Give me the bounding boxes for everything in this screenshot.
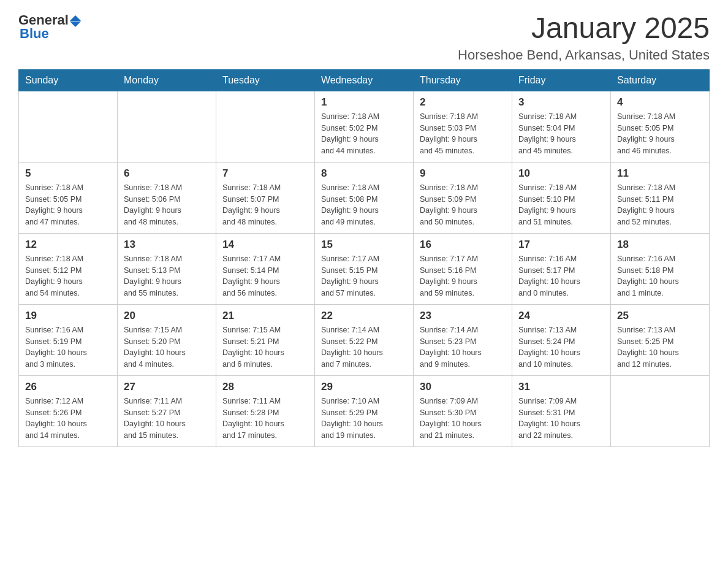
day-info: Sunrise: 7:18 AM Sunset: 5:03 PM Dayligh… — [420, 111, 506, 157]
day-cell-9: 9Sunrise: 7:18 AM Sunset: 5:09 PM Daylig… — [414, 162, 512, 233]
day-info: Sunrise: 7:18 AM Sunset: 5:09 PM Dayligh… — [420, 182, 506, 228]
day-cell-14: 14Sunrise: 7:17 AM Sunset: 5:14 PM Dayli… — [216, 233, 315, 304]
day-info: Sunrise: 7:18 AM Sunset: 5:04 PM Dayligh… — [518, 111, 604, 157]
day-number: 17 — [518, 239, 604, 251]
day-info: Sunrise: 7:15 AM Sunset: 5:21 PM Dayligh… — [222, 324, 308, 370]
day-number: 22 — [321, 310, 407, 322]
day-number: 25 — [617, 310, 703, 322]
day-info: Sunrise: 7:11 AM Sunset: 5:28 PM Dayligh… — [222, 396, 308, 442]
day-cell-12: 12Sunrise: 7:18 AM Sunset: 5:12 PM Dayli… — [19, 233, 118, 304]
day-cell-4: 4Sunrise: 7:18 AM Sunset: 5:05 PM Daylig… — [611, 91, 710, 162]
day-number: 16 — [420, 239, 506, 251]
day-number: 31 — [518, 381, 604, 393]
month-title: January 2025 — [458, 12, 710, 45]
day-info: Sunrise: 7:18 AM Sunset: 5:05 PM Dayligh… — [25, 182, 111, 228]
day-cell-25: 25Sunrise: 7:13 AM Sunset: 5:25 PM Dayli… — [611, 304, 710, 375]
day-cell-30: 30Sunrise: 7:09 AM Sunset: 5:30 PM Dayli… — [414, 375, 512, 446]
day-cell-31: 31Sunrise: 7:09 AM Sunset: 5:31 PM Dayli… — [512, 375, 611, 446]
day-cell-15: 15Sunrise: 7:17 AM Sunset: 5:15 PM Dayli… — [315, 233, 414, 304]
day-cell-8: 8Sunrise: 7:18 AM Sunset: 5:08 PM Daylig… — [315, 162, 414, 233]
day-cell-13: 13Sunrise: 7:18 AM Sunset: 5:13 PM Dayli… — [118, 233, 216, 304]
day-number: 27 — [124, 381, 210, 393]
day-cell-21: 21Sunrise: 7:15 AM Sunset: 5:21 PM Dayli… — [216, 304, 315, 375]
day-number: 9 — [420, 167, 506, 180]
day-cell-28: 28Sunrise: 7:11 AM Sunset: 5:28 PM Dayli… — [216, 375, 315, 446]
day-info: Sunrise: 7:09 AM Sunset: 5:31 PM Dayligh… — [518, 396, 604, 442]
logo: General Blue — [18, 12, 81, 42]
day-info: Sunrise: 7:11 AM Sunset: 5:27 PM Dayligh… — [124, 396, 210, 442]
day-number: 3 — [518, 96, 604, 109]
day-number: 6 — [124, 167, 210, 180]
empty-cell — [216, 91, 315, 162]
day-info: Sunrise: 7:14 AM Sunset: 5:23 PM Dayligh… — [420, 324, 506, 370]
day-cell-19: 19Sunrise: 7:16 AM Sunset: 5:19 PM Dayli… — [19, 304, 118, 375]
weekday-header-row: SundayMondayTuesdayWednesdayThursdayFrid… — [19, 69, 710, 91]
location-title: Horseshoe Bend, Arkansas, United States — [458, 47, 710, 63]
day-info: Sunrise: 7:17 AM Sunset: 5:14 PM Dayligh… — [222, 253, 308, 299]
day-number: 26 — [25, 381, 111, 393]
empty-cell — [118, 91, 216, 162]
weekday-header-sunday: Sunday — [19, 69, 118, 91]
day-info: Sunrise: 7:18 AM Sunset: 5:13 PM Dayligh… — [124, 253, 210, 299]
weekday-header-thursday: Thursday — [414, 69, 512, 91]
day-cell-23: 23Sunrise: 7:14 AM Sunset: 5:23 PM Dayli… — [414, 304, 512, 375]
day-cell-26: 26Sunrise: 7:12 AM Sunset: 5:26 PM Dayli… — [19, 375, 118, 446]
day-info: Sunrise: 7:16 AM Sunset: 5:18 PM Dayligh… — [617, 253, 703, 299]
day-number: 28 — [222, 381, 308, 393]
day-cell-18: 18Sunrise: 7:16 AM Sunset: 5:18 PM Dayli… — [611, 233, 710, 304]
day-info: Sunrise: 7:09 AM Sunset: 5:30 PM Dayligh… — [420, 396, 506, 442]
day-info: Sunrise: 7:13 AM Sunset: 5:25 PM Dayligh… — [617, 324, 703, 370]
day-info: Sunrise: 7:18 AM Sunset: 5:10 PM Dayligh… — [518, 182, 604, 228]
day-cell-24: 24Sunrise: 7:13 AM Sunset: 5:24 PM Dayli… — [512, 304, 611, 375]
logo-blue: Blue — [20, 26, 49, 42]
day-cell-27: 27Sunrise: 7:11 AM Sunset: 5:27 PM Dayli… — [118, 375, 216, 446]
day-number: 15 — [321, 239, 407, 251]
day-cell-1: 1Sunrise: 7:18 AM Sunset: 5:02 PM Daylig… — [315, 91, 414, 162]
day-number: 18 — [617, 239, 703, 251]
day-info: Sunrise: 7:13 AM Sunset: 5:24 PM Dayligh… — [518, 324, 604, 370]
day-info: Sunrise: 7:18 AM Sunset: 5:11 PM Dayligh… — [617, 182, 703, 228]
week-row-5: 26Sunrise: 7:12 AM Sunset: 5:26 PM Dayli… — [19, 375, 710, 446]
day-info: Sunrise: 7:18 AM Sunset: 5:02 PM Dayligh… — [321, 111, 407, 157]
empty-cell — [19, 91, 118, 162]
day-number: 30 — [420, 381, 506, 393]
week-row-3: 12Sunrise: 7:18 AM Sunset: 5:12 PM Dayli… — [19, 233, 710, 304]
day-cell-5: 5Sunrise: 7:18 AM Sunset: 5:05 PM Daylig… — [19, 162, 118, 233]
day-number: 7 — [222, 167, 308, 180]
day-info: Sunrise: 7:18 AM Sunset: 5:06 PM Dayligh… — [124, 182, 210, 228]
day-cell-16: 16Sunrise: 7:17 AM Sunset: 5:16 PM Dayli… — [414, 233, 512, 304]
day-cell-17: 17Sunrise: 7:16 AM Sunset: 5:17 PM Dayli… — [512, 233, 611, 304]
page-header: General Blue January 2025 Horseshoe Bend… — [18, 12, 710, 63]
weekday-header-saturday: Saturday — [611, 69, 710, 91]
day-number: 24 — [518, 310, 604, 322]
day-number: 21 — [222, 310, 308, 322]
day-cell-22: 22Sunrise: 7:14 AM Sunset: 5:22 PM Dayli… — [315, 304, 414, 375]
day-number: 29 — [321, 381, 407, 393]
day-number: 23 — [420, 310, 506, 322]
day-info: Sunrise: 7:12 AM Sunset: 5:26 PM Dayligh… — [25, 396, 111, 442]
day-cell-11: 11Sunrise: 7:18 AM Sunset: 5:11 PM Dayli… — [611, 162, 710, 233]
week-row-2: 5Sunrise: 7:18 AM Sunset: 5:05 PM Daylig… — [19, 162, 710, 233]
day-number: 13 — [124, 239, 210, 251]
day-number: 20 — [124, 310, 210, 322]
day-info: Sunrise: 7:18 AM Sunset: 5:12 PM Dayligh… — [25, 253, 111, 299]
day-info: Sunrise: 7:14 AM Sunset: 5:22 PM Dayligh… — [321, 324, 407, 370]
day-cell-7: 7Sunrise: 7:18 AM Sunset: 5:07 PM Daylig… — [216, 162, 315, 233]
day-cell-10: 10Sunrise: 7:18 AM Sunset: 5:10 PM Dayli… — [512, 162, 611, 233]
day-info: Sunrise: 7:18 AM Sunset: 5:07 PM Dayligh… — [222, 182, 308, 228]
day-info: Sunrise: 7:15 AM Sunset: 5:20 PM Dayligh… — [124, 324, 210, 370]
day-number: 1 — [321, 96, 407, 109]
day-cell-2: 2Sunrise: 7:18 AM Sunset: 5:03 PM Daylig… — [414, 91, 512, 162]
day-cell-20: 20Sunrise: 7:15 AM Sunset: 5:20 PM Dayli… — [118, 304, 216, 375]
day-number: 12 — [25, 239, 111, 251]
day-info: Sunrise: 7:16 AM Sunset: 5:19 PM Dayligh… — [25, 324, 111, 370]
day-number: 10 — [518, 167, 604, 180]
day-info: Sunrise: 7:17 AM Sunset: 5:15 PM Dayligh… — [321, 253, 407, 299]
weekday-header-monday: Monday — [118, 69, 216, 91]
day-number: 8 — [321, 167, 407, 180]
weekday-header-tuesday: Tuesday — [216, 69, 315, 91]
day-info: Sunrise: 7:10 AM Sunset: 5:29 PM Dayligh… — [321, 396, 407, 442]
day-info: Sunrise: 7:17 AM Sunset: 5:16 PM Dayligh… — [420, 253, 506, 299]
empty-cell — [611, 375, 710, 446]
day-cell-29: 29Sunrise: 7:10 AM Sunset: 5:29 PM Dayli… — [315, 375, 414, 446]
